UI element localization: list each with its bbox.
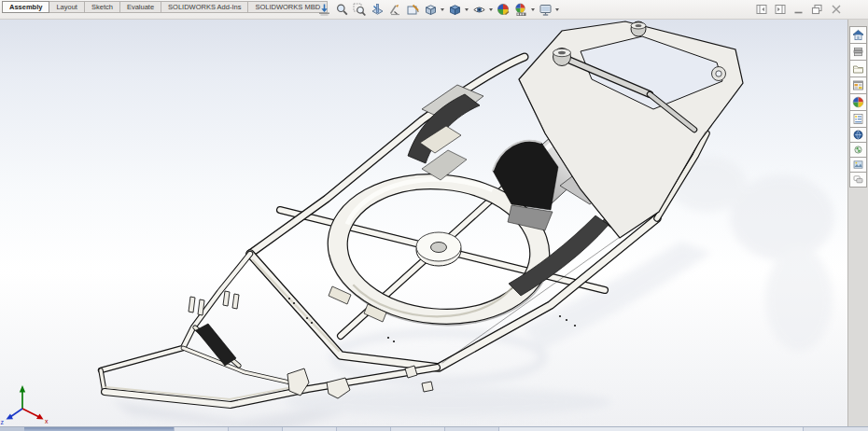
dropdown-arrow[interactable]	[441, 8, 444, 11]
restore-icon[interactable]	[811, 3, 823, 16]
file-explorer-icon[interactable]	[849, 60, 867, 77]
sync-icon[interactable]	[849, 142, 867, 158]
close-icon[interactable]	[831, 3, 842, 16]
window-controls	[756, 3, 842, 16]
hide-show-items-icon[interactable]	[470, 2, 488, 18]
tab-solidworks-addins[interactable]: SOLIDWORKS Add-Ins	[161, 1, 248, 13]
os-taskbar[interactable]	[0, 426, 868, 431]
taskbar-segment	[336, 427, 390, 431]
tab-sketch[interactable]: Sketch	[85, 1, 120, 13]
taskbar-segment	[803, 427, 868, 431]
triad-z-label: z	[1, 419, 5, 425]
previous-view-icon[interactable]	[351, 2, 369, 18]
taskbar-segment	[498, 427, 803, 431]
orientation-triad: x z	[1, 385, 49, 425]
solidworks-window: Assembly Layout Sketch Evaluate SOLIDWOR…	[0, 0, 868, 431]
triad-x-label: x	[45, 418, 49, 424]
apply-scene-icon[interactable]	[512, 2, 530, 18]
tab-assembly[interactable]: Assembly	[2, 1, 49, 13]
taskbar-segment	[444, 427, 498, 431]
zoom-to-fit-icon[interactable]	[315, 2, 333, 18]
taskbar-segment	[282, 427, 336, 431]
minimize-icon[interactable]	[793, 3, 804, 16]
chassis-assembly-model[interactable]: x z	[0, 20, 847, 426]
forum-icon[interactable]	[849, 127, 867, 143]
drawing-view-icon[interactable]	[404, 2, 422, 18]
dropdown-arrow[interactable]	[555, 8, 559, 11]
dock-pane-left-icon[interactable]	[756, 3, 767, 16]
preview-image-icon[interactable]	[849, 157, 867, 173]
taskbar-segment	[228, 427, 282, 431]
view-settings-icon[interactable]	[537, 2, 554, 18]
command-tabs: Assembly Layout Sketch Evaluate SOLIDWOR…	[2, 1, 328, 13]
taskbar-segment	[0, 427, 24, 431]
display-style-icon[interactable]	[446, 2, 464, 18]
edit-appearance-icon[interactable]	[495, 2, 512, 18]
view-palette-icon[interactable]	[849, 76, 867, 94]
comments-icon[interactable]	[849, 172, 867, 188]
section-view-icon[interactable]	[369, 2, 386, 18]
dropdown-arrow[interactable]	[489, 8, 493, 11]
taskbar-segment	[174, 427, 228, 431]
solidworks-resources-home-icon[interactable]	[849, 26, 867, 44]
tab-evaluate[interactable]: Evaluate	[120, 1, 161, 13]
command-manager-bar: Assembly Layout Sketch Evaluate SOLIDWOR…	[0, 0, 868, 20]
ring-hub	[416, 232, 461, 266]
appearances-scenes-icon[interactable]	[849, 93, 867, 111]
taskbar-segment	[390, 427, 444, 431]
tab-layout[interactable]: Layout	[49, 1, 85, 13]
zoom-to-area-icon[interactable]	[333, 2, 351, 18]
heads-up-view-toolbar	[315, 2, 561, 18]
design-library-icon[interactable]	[849, 43, 867, 61]
view-orientation-icon[interactable]	[422, 2, 440, 18]
taskbar-segment	[24, 427, 174, 431]
dropdown-arrow[interactable]	[465, 8, 469, 11]
task-pane	[847, 20, 868, 426]
annotation-view-icon[interactable]	[386, 2, 404, 18]
custom-properties-icon[interactable]	[849, 110, 867, 128]
dock-pane-right-icon[interactable]	[775, 3, 786, 16]
dropdown-arrow[interactable]	[531, 8, 535, 11]
graphics-area[interactable]: x z	[0, 20, 847, 426]
